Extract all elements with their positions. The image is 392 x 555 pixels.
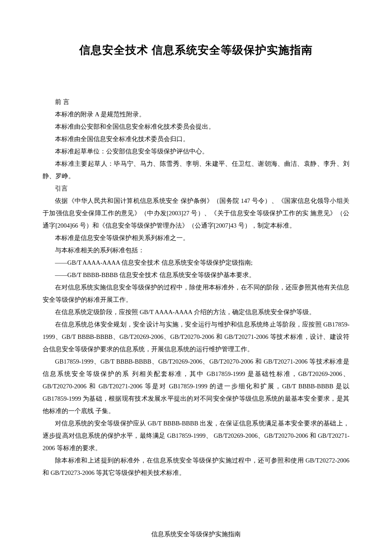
- paragraph: 除本标准和上述提到的标准外，在信息系统安全等级保护实施过程中，还可参照和使用 G…: [43, 454, 349, 479]
- paragraph: 在对信息系统实施信息安全等级保护的过程中，除使用本标准外，在不同的阶段，还应参照…: [43, 281, 349, 306]
- foreword-heading: 前 言: [43, 96, 349, 108]
- paragraph: GB17859-1999、GB/T BBBB-BBBB、GB/T20269-20…: [43, 356, 349, 417]
- document-body: 前 言 本标准的附录 A 是规范性附录。 本标准由公安部和全国信息安全标准化技术…: [43, 96, 349, 479]
- introduction-heading: 引言: [43, 182, 349, 195]
- paragraph: 依据《中华人民共和国计算机信息系统安全 保护条例》（国务院 147 号令）、《国…: [43, 195, 349, 232]
- page-footer: 信息系统安全等级保护实施指南: [43, 530, 349, 538]
- document-title: 信息安全技术 信息系统安全等级保护实施指南: [43, 43, 349, 58]
- paragraph: 本标准由全国信息安全标准化技术委员会归口。: [43, 133, 349, 145]
- paragraph: 本标准主要起草人：毕马宁、马力、陈雪秀、李明、朱建平、任卫红、谢朝海、曲洁、袁静…: [43, 158, 349, 182]
- paragraph: 在信息系统定级阶段，应按照 GB/T AAAA-AAAA 介绍的方法，确定信息系…: [43, 306, 349, 318]
- paragraph: 对信息系统的安全等级保护应从 GB/T BBBB-BBBB 出发，在保证信息系统…: [43, 417, 349, 454]
- paragraph: 本标准是信息安全等级保护相关系列标准之一。: [43, 232, 349, 244]
- list-item: ——GB/T AAAA-AAAA 信息安全技术 信息系统安全等级保护定级指南;: [43, 257, 349, 269]
- paragraph: 与本标准相关的系列标准包括：: [43, 244, 349, 257]
- list-item: ——GB/T BBBB-BBBB 信息安全技术 信息系统安全等级保护基本要求。: [43, 269, 349, 281]
- paragraph: 本标准的附录 A 是规范性附录。: [43, 108, 349, 121]
- paragraph: 本标准由公安部和全国信息安全标准化技术委员会提出。: [43, 121, 349, 133]
- paragraph: 本标准起草单位：公安部信息安全等级保护评估中心。: [43, 145, 349, 158]
- paragraph: 在信息系统总体安全规划，安全设计与实施，安全运行与维护和信息系统终止等阶段，应按…: [43, 318, 349, 356]
